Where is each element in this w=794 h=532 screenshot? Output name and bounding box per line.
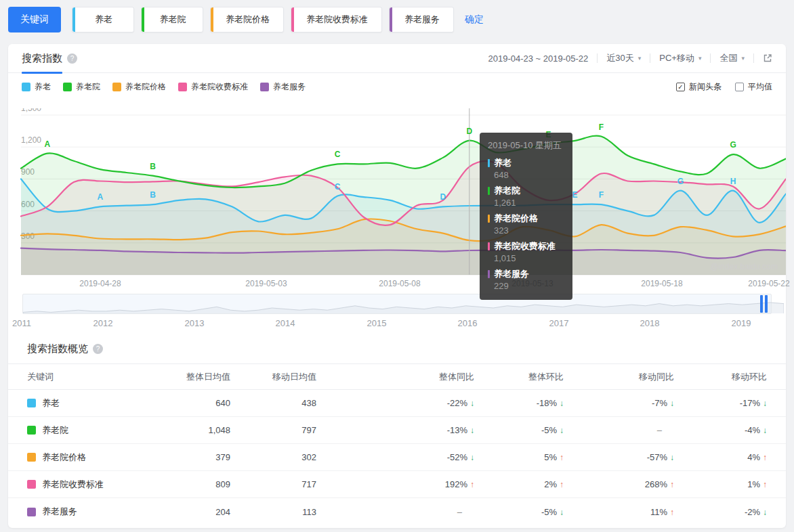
- toggle-平均值[interactable]: 平均值: [735, 81, 772, 93]
- change-value: –: [457, 507, 462, 517]
- change-cell: -52%↓: [316, 452, 474, 462]
- y-tick-label: 1,500: [21, 108, 41, 113]
- keyword-chip[interactable]: 养老院价格: [210, 7, 284, 32]
- trend-chart: 3006009001,2001,500ABCDEFGHABCDEFG@index…: [8, 108, 786, 276]
- change-cell: -22%↓: [316, 398, 474, 408]
- help-icon[interactable]: ?: [67, 53, 77, 64]
- keyword-chip[interactable]: 养老院收费标准: [291, 7, 382, 32]
- news-marker-D[interactable]: D: [466, 127, 472, 136]
- timeline-brush[interactable]: [22, 294, 772, 314]
- tooltip-series-bar: [488, 159, 490, 167]
- dropdown-全国[interactable]: 全国▾: [719, 52, 745, 64]
- legend-item[interactable]: 养老院: [63, 81, 100, 93]
- news-marker-D[interactable]: D: [440, 192, 446, 202]
- tooltip-series-value: 648: [494, 170, 564, 180]
- x-tick-label: 2019-05-08: [379, 279, 420, 288]
- change-cell: -57%↓: [564, 452, 674, 462]
- tooltip-series-value: 1,015: [494, 253, 564, 263]
- tooltip-item: 养老院1,261: [488, 185, 564, 208]
- news-marker-E[interactable]: E: [572, 190, 578, 200]
- x-tick-label: 2019-04-28: [79, 279, 121, 288]
- dropdown-近30天[interactable]: 近30天▾: [606, 52, 641, 64]
- table-row: 养老服务204113–-5%↓11%↑-2%↓: [8, 498, 786, 525]
- avg-value-cell: 809: [156, 479, 230, 489]
- tooltip-series-value: 229: [494, 281, 564, 291]
- panel-header: 搜索指数 ? 2019-04-23 ~ 2019-05-22近30天▾PC+移动…: [8, 44, 786, 73]
- news-marker-B[interactable]: B: [150, 162, 156, 171]
- keyword-bar: 关键词 养老养老院养老院价格养老院收费标准养老服务 确定: [0, 0, 794, 32]
- news-marker-A[interactable]: A: [97, 192, 103, 202]
- overview-help-icon[interactable]: ?: [93, 344, 103, 354]
- legend-label: 养老院: [76, 81, 100, 93]
- avg-value-cell: 1,048: [156, 425, 230, 435]
- change-cell: -4%↓: [674, 425, 767, 435]
- date-range[interactable]: 2019-04-23 ~ 2019-05-22: [488, 53, 588, 64]
- keyword-chip-label: 养老服务: [404, 14, 440, 26]
- chevron-down-icon: ▾: [698, 55, 702, 62]
- column-header: 移动日均值: [230, 371, 316, 383]
- arrow-down-icon: ↓: [763, 426, 767, 435]
- tooltip-item: 养老院价格323: [488, 213, 564, 236]
- active-tab-underline: [22, 72, 62, 74]
- keyword-color-accent: [72, 7, 75, 32]
- keyword-label-button[interactable]: 关键词: [8, 7, 61, 32]
- keyword-chip[interactable]: 养老: [72, 7, 134, 32]
- legend-item[interactable]: 养老: [22, 81, 51, 93]
- keyword-color-accent: [142, 7, 144, 32]
- legend-item[interactable]: 养老院价格: [112, 81, 166, 93]
- confirm-link[interactable]: 确定: [465, 14, 484, 26]
- change-cell: -5%↓: [474, 507, 564, 517]
- table-body: 养老640438-22%↓-18%↓-7%↓-17%↓养老院1,048797-1…: [8, 390, 786, 525]
- change-cell: -7%↓: [564, 398, 674, 408]
- dropdown-PC+移动[interactable]: PC+移动▾: [659, 52, 701, 64]
- news-marker-G[interactable]: G: [730, 140, 736, 150]
- legend-item[interactable]: 养老服务: [260, 81, 306, 93]
- news-marker-C[interactable]: C: [335, 150, 341, 159]
- legend-swatch: [260, 83, 269, 91]
- x-axis-labels: 2019-04-282019-05-032019-05-082019-05-13…: [8, 276, 786, 292]
- tab-label: 搜索指数: [22, 52, 62, 65]
- table-row: 养老院收费标准809717192%↑2%↑268%↑1%↑: [8, 471, 786, 498]
- change-cell: 1%↑: [674, 479, 767, 489]
- divider: [650, 53, 650, 63]
- news-marker-G[interactable]: G: [677, 177, 684, 186]
- change-value: -2%: [745, 507, 760, 517]
- avg-value-cell: 438: [230, 398, 316, 408]
- change-value: -17%: [740, 398, 760, 408]
- keyword-name: 养老服务: [42, 506, 77, 518]
- news-marker-A[interactable]: A: [45, 139, 51, 149]
- table-row: 养老院价格379302-52%↓5%↑-57%↓4%↑: [8, 444, 786, 471]
- legend-label: 养老: [35, 81, 51, 93]
- legend-swatch: [112, 83, 121, 91]
- timeline-year-label: 2018: [640, 318, 660, 328]
- news-marker-B[interactable]: B: [150, 190, 156, 200]
- news-marker-H[interactable]: H: [730, 177, 736, 186]
- news-marker-C[interactable]: C: [335, 182, 341, 192]
- open-in-new-icon[interactable]: [763, 53, 772, 63]
- tooltip-series-name: 养老院收费标准: [494, 240, 556, 252]
- tooltip-series-bar: [488, 242, 490, 250]
- news-marker-F[interactable]: F: [599, 190, 604, 200]
- change-value: -7%: [652, 398, 667, 408]
- brush-handle[interactable]: [760, 295, 768, 313]
- legend-item[interactable]: 养老院收费标准: [178, 81, 248, 93]
- tooltip-series-bar: [488, 270, 490, 278]
- change-value: 5%: [544, 452, 557, 462]
- timeline-year-label: 2017: [549, 318, 569, 328]
- keyword-cell: 养老: [27, 397, 156, 409]
- tab-search-index[interactable]: 搜索指数: [22, 44, 62, 73]
- column-header: 整体同比: [316, 371, 474, 383]
- keyword-swatch: [27, 399, 36, 407]
- toggle-新闻头条[interactable]: ✓新闻头条: [676, 81, 722, 93]
- arrow-down-icon: ↓: [763, 508, 767, 517]
- tooltip-series-bar: [488, 187, 490, 195]
- change-cell: 11%↑: [564, 507, 674, 517]
- news-marker-F[interactable]: F: [599, 123, 604, 132]
- arrow-up-icon: ↑: [763, 480, 767, 489]
- overview-title: 搜索指数概览: [27, 342, 88, 355]
- keyword-chip[interactable]: 养老服务: [389, 7, 454, 32]
- keyword-cell: 养老服务: [27, 506, 156, 518]
- keyword-name: 养老: [42, 397, 60, 409]
- checkbox-unchecked-icon: [735, 83, 744, 91]
- keyword-chip[interactable]: 养老院: [141, 7, 203, 32]
